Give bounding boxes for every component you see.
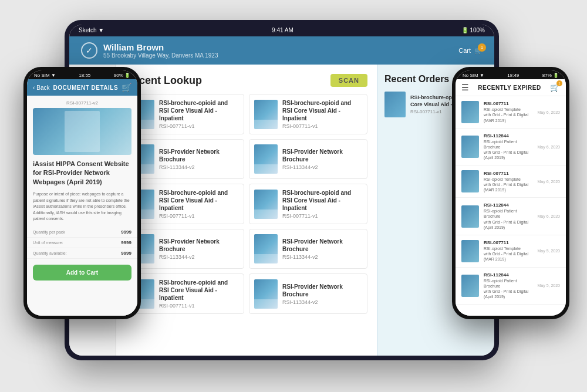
product-title: RSI-brochure-opioid and RSI Core Visual … <box>282 189 362 212</box>
product-title: RSI-Provider Network Brochure <box>282 148 362 163</box>
expired-date: May 6, 2020 <box>537 145 560 149</box>
list-item[interactable]: RSI-brochure-opioid and RSI Core Visual … <box>249 184 367 224</box>
product-title: RSI-brochure-opioid and RSI Core Visual … <box>159 279 239 302</box>
cart-label: Cart <box>458 47 471 54</box>
expired-date: May 6, 2020 <box>537 110 560 114</box>
product-sku: RSI-007711-v1 <box>282 213 362 219</box>
field-value: 9999 <box>121 251 131 256</box>
list-item[interactable]: RSI-brochure-opioid and RSI Core Visual … <box>126 184 244 224</box>
user-address: 55 Brookaby Village Way, Danvers MA 1923 <box>103 52 218 59</box>
product-thumbnail <box>254 190 278 219</box>
product-info: RSI-brochure-opioid and RSI Core Visual … <box>159 279 239 309</box>
doc-preview-image <box>33 108 131 155</box>
list-item[interactable]: RSI-Provider Network Brochure RSI-113344… <box>249 273 367 314</box>
cart-button[interactable]: Cart 🛒 1 <box>458 47 483 55</box>
expired-desc: RSI-opioid Templatewith Grid - Print & D… <box>484 246 532 262</box>
product-sku: RSI-113344-v2 <box>159 164 239 170</box>
tablet-header: ✓ William Brown 55 Brookaby Village Way,… <box>69 36 494 65</box>
list-item[interactable]: RSI-brochure-opioid and RSI Core Visual … <box>126 273 244 314</box>
scan-button[interactable]: SCAN <box>330 74 367 87</box>
chevron-left-icon: ‹ <box>33 85 35 91</box>
phone-right-screen: No SIM ▼ 18:49 87% 🔋 ☰ RECENTLY EXPIRED … <box>456 70 566 316</box>
cart-icon[interactable]: 🛒 1 <box>550 83 560 92</box>
product-info: RSI-brochure-opioid and RSI Core Visual … <box>159 99 239 129</box>
phone-left-screen: No SIM ▼ 18:55 90% 🔋 ‹ Back DOCUMENT DET… <box>27 70 137 316</box>
phone-right: No SIM ▼ 18:49 87% 🔋 ☰ RECENTLY EXPIRED … <box>452 67 569 319</box>
hamburger-icon[interactable]: ☰ <box>461 83 469 92</box>
list-item[interactable]: RSI-112844 RSI-opioid Patient Brochurewi… <box>456 198 566 235</box>
expired-date: May 6, 2020 <box>537 180 560 184</box>
expired-info: RSI-112844 RSI-opioid Patient Brochurewi… <box>484 272 532 299</box>
list-item[interactable]: RSI-Provider Network Brochure RSI-113344… <box>126 229 244 269</box>
list-item[interactable]: RSI-Provider Network Brochure RSI-113344… <box>126 139 244 179</box>
expired-sku: RSI-007711 <box>484 101 532 106</box>
phone-left-status-right: 90% 🔋 <box>114 73 130 78</box>
list-item[interactable]: RSI-007711 RSI-opioid Templatewith Grid … <box>456 235 566 268</box>
product-sku: RSI-113344-v2 <box>159 254 239 260</box>
product-info: RSI-brochure-opioid and RSI Core Visual … <box>159 189 239 219</box>
product-sku: RSI-007711-v1 <box>159 213 239 219</box>
product-title: RSI-brochure-opioid and RSI Core Visual … <box>159 189 239 212</box>
product-info: RSI-Provider Network Brochure RSI-113344… <box>282 283 362 305</box>
field-quantity-per-pack: Quantity per pack 9999 <box>27 227 137 238</box>
expired-thumbnail <box>461 275 479 297</box>
user-info: William Brown 55 Brookaby Village Way, D… <box>103 42 218 59</box>
list-item[interactable]: RSI-brochure-opioid and RSI Core Visual … <box>126 94 244 134</box>
product-thumbnail <box>254 100 278 129</box>
cart-badge: 1 <box>478 43 486 52</box>
doc-preview-placeholder <box>65 111 100 152</box>
expired-sku: RSI-112844 <box>484 133 532 138</box>
phone-left-status-bar: No SIM ▼ 18:55 90% 🔋 <box>27 70 137 79</box>
product-title: RSI-Provider Network Brochure <box>282 238 362 253</box>
field-value: 9999 <box>121 229 131 235</box>
phone-right-nav-title: RECENTLY EXPIRED <box>478 85 541 91</box>
phone-right-status-bar: No SIM ▼ 18:49 87% 🔋 <box>456 70 566 79</box>
list-item[interactable]: RSI-007711 RSI-opioid Templatewith Grid … <box>456 165 566 198</box>
list-item[interactable]: RSI-Provider Network Brochure RSI-113344… <box>249 139 367 179</box>
list-item[interactable]: RSI-112844 RSI-opioid Patient Brochurewi… <box>456 129 566 165</box>
product-info: RSI-Provider Network Brochure RSI-113344… <box>159 148 239 170</box>
phone-left-nav: ‹ Back DOCUMENT DETAILS 🛒 <box>27 79 137 96</box>
product-sku: RSI-007711-v1 <box>282 123 362 129</box>
lookup-section: Recent Lookup SCAN RSI-brochure-opioid a… <box>116 65 377 356</box>
list-item[interactable]: RSI-007711 RSI-opioid Templatewith Grid … <box>456 96 566 129</box>
field-quantity-available: Quantity available: 9999 <box>27 248 137 259</box>
expired-desc: RSI-opioid Patient Brochurewith Grid - P… <box>484 208 532 229</box>
doc-sku: RSI-007711-v2 <box>27 96 137 108</box>
product-thumbnail <box>254 144 278 174</box>
expired-list: RSI-007711 RSI-opioid Templatewith Grid … <box>456 96 566 316</box>
cart-icon[interactable]: 🛒 <box>122 83 131 92</box>
phone-right-status-center: 18:49 <box>507 73 519 78</box>
product-grid: RSI-brochure-opioid and RSI Core Visual … <box>126 94 367 314</box>
list-item[interactable]: RSI-brochure-opioid and RSI Core Visual … <box>249 94 367 134</box>
doc-description: Purpose or intent of piece: webpages to … <box>27 191 137 227</box>
field-label: Quantity per pack <box>33 230 65 234</box>
phone-right-status-right: 87% 🔋 <box>542 73 559 78</box>
product-sku: RSI-007711-v1 <box>159 303 239 309</box>
check-circle-icon: ✓ <box>81 42 97 59</box>
phone-left-status-left: No SIM ▼ <box>34 73 56 78</box>
product-sku: RSI-113344-v2 <box>282 254 362 260</box>
tablet-status-center: 9:41 AM <box>272 27 294 34</box>
field-value: 9999 <box>121 240 131 245</box>
back-button[interactable]: ‹ Back <box>33 85 50 91</box>
product-sku: RSI-113344-v2 <box>282 299 362 305</box>
field-label: Quantity available: <box>33 251 67 255</box>
product-info: RSI-Provider Network Brochure RSI-113344… <box>159 238 239 260</box>
phone-left-body: RSI-007711-v2 iAssist HIPPA Consent Webs… <box>27 96 137 316</box>
add-to-cart-button[interactable]: Add to Cart <box>33 265 131 281</box>
order-thumbnail <box>384 92 406 117</box>
expired-thumbnail <box>461 170 479 192</box>
expired-info: RSI-112844 RSI-opioid Patient Brochurewi… <box>484 133 532 160</box>
list-item[interactable]: RSI-112844 RSI-opioid Patient Brochurewi… <box>456 268 566 305</box>
product-sku: RSI-113344-v2 <box>282 164 362 170</box>
product-info: RSI-brochure-opioid and RSI Core Visual … <box>282 99 362 129</box>
tablet-status-right: 🔋 100% <box>461 27 485 34</box>
expired-desc: RSI-opioid Templatewith Grid - Print & D… <box>484 107 532 123</box>
tablet-status-left: Sketch ▼ <box>79 27 104 34</box>
expired-date: May 6, 2020 <box>537 214 560 218</box>
expired-sku: RSI-112844 <box>484 202 532 208</box>
list-item[interactable]: RSI-Provider Network Brochure RSI-113344… <box>249 229 367 269</box>
expired-date: May 5, 2020 <box>537 249 560 253</box>
expired-desc: RSI-opioid Patient Brochurewith Grid - P… <box>484 278 532 299</box>
